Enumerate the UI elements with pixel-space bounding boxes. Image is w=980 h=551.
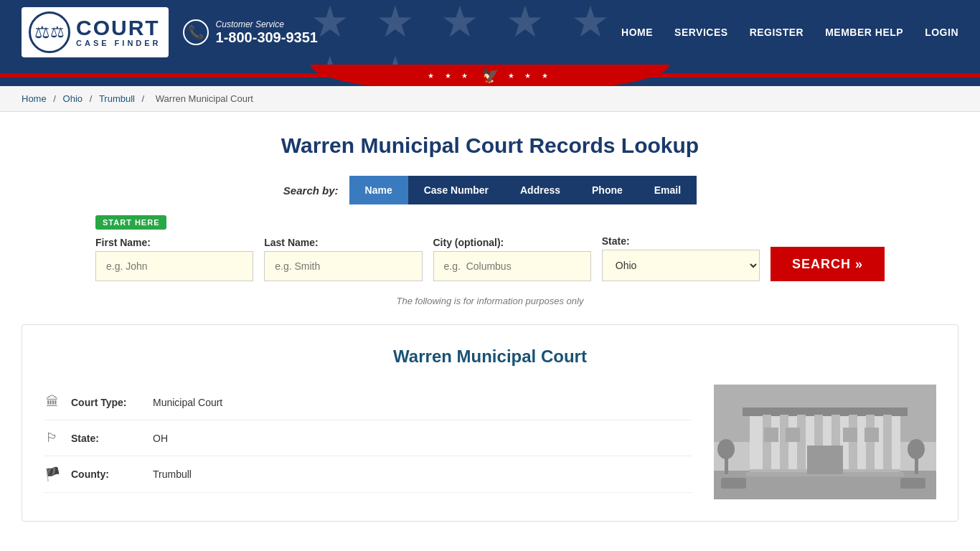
state-label-detail: State: bbox=[71, 433, 143, 444]
svg-point-25 bbox=[908, 439, 925, 459]
state-label: State: bbox=[602, 235, 760, 247]
svg-rect-19 bbox=[864, 428, 879, 442]
state-row: 🏳 State: OH bbox=[44, 420, 692, 456]
court-type-label: Court Type: bbox=[71, 397, 143, 408]
tab-name[interactable]: Name bbox=[349, 176, 408, 204]
svg-rect-11 bbox=[866, 415, 875, 472]
svg-rect-5 bbox=[763, 415, 771, 472]
logo[interactable]: ⚖ COURT CASE FINDER bbox=[22, 7, 169, 57]
svg-point-23 bbox=[717, 439, 735, 459]
court-box-content: 🏛 Court Type: Municipal Court 🏳 State: O… bbox=[44, 385, 936, 499]
svg-rect-7 bbox=[797, 415, 806, 472]
page-title: Warren Municipal Court Records Lookup bbox=[22, 133, 958, 158]
state-group: State: Ohio Alabama Alaska Arizona Arkan… bbox=[602, 235, 760, 281]
county-label: County: bbox=[71, 468, 143, 480]
logo-text: COURT CASE FINDER bbox=[76, 17, 161, 47]
svg-rect-16 bbox=[764, 428, 778, 442]
arch-stars-left: ★ ★ ★ bbox=[428, 72, 473, 80]
state-select[interactable]: Ohio Alabama Alaska Arizona Arkansas Cal… bbox=[602, 250, 760, 281]
svg-rect-17 bbox=[786, 428, 800, 442]
customer-service-label: Customer Service bbox=[216, 19, 318, 29]
court-type-row: 🏛 Court Type: Municipal Court bbox=[44, 385, 692, 420]
logo-case-finder-label: CASE FINDER bbox=[76, 39, 161, 47]
first-name-label: First Name: bbox=[95, 237, 253, 248]
court-image bbox=[714, 385, 936, 499]
svg-rect-12 bbox=[883, 415, 892, 472]
city-group: City (optional): bbox=[433, 237, 591, 281]
arch-eagle-icon: 🦅 bbox=[481, 67, 499, 84]
tab-phone[interactable]: Phone bbox=[576, 176, 639, 204]
court-details: 🏛 Court Type: Municipal Court 🏳 State: O… bbox=[44, 385, 692, 499]
first-name-group: First Name: bbox=[95, 237, 253, 281]
breadcrumb-home[interactable]: Home bbox=[22, 93, 47, 104]
logo-emblem: ⚖ bbox=[29, 11, 70, 53]
arch-banner: ★ ★ ★ 🦅 ★ ★ ★ bbox=[0, 65, 980, 86]
svg-rect-15 bbox=[807, 446, 843, 474]
court-box-title: Warren Municipal Court bbox=[44, 347, 936, 367]
tab-email[interactable]: Email bbox=[639, 176, 697, 204]
court-info-box: Warren Municipal Court 🏛 Court Type: Mun… bbox=[22, 324, 958, 522]
start-here-badge: START HERE bbox=[95, 215, 166, 230]
search-by-label: Search by: bbox=[283, 184, 339, 197]
header: ★ ★ ★ ★ ★ ★ ★ ⚖ COURT CASE FINDER 📞 Cust… bbox=[0, 0, 980, 65]
phone-icon: 📞 bbox=[183, 19, 209, 45]
header-left: ⚖ COURT CASE FINDER 📞 Customer Service 1… bbox=[22, 7, 318, 57]
nav-login[interactable]: LOGIN bbox=[925, 27, 958, 38]
main-content: Warren Municipal Court Records Lookup Se… bbox=[0, 112, 980, 543]
search-form: First Name: Last Name: City (optional): … bbox=[95, 235, 885, 281]
court-type-value: Municipal Court bbox=[153, 397, 222, 408]
customer-service-phone[interactable]: 1-800-309-9351 bbox=[216, 29, 318, 46]
first-name-input[interactable] bbox=[95, 251, 253, 281]
info-note: The following is for information purpose… bbox=[22, 296, 958, 306]
nav-register[interactable]: REGISTER bbox=[750, 27, 804, 38]
breadcrumb-current: Warren Municipal Court bbox=[156, 93, 253, 104]
logo-court-label: COURT bbox=[76, 17, 161, 39]
customer-service-text: Customer Service 1-800-309-9351 bbox=[216, 19, 318, 46]
search-tabs: Search by: Name Case Number Address Phon… bbox=[22, 176, 958, 204]
arch-stars-right: ★ ★ ★ bbox=[508, 72, 553, 80]
county-row: 🏴 County: Trumbull bbox=[44, 456, 692, 493]
county-icon: 🏴 bbox=[44, 466, 61, 482]
svg-rect-10 bbox=[849, 415, 857, 472]
nav-member-help[interactable]: MEMBER HELP bbox=[825, 27, 903, 38]
tab-address[interactable]: Address bbox=[504, 176, 576, 204]
court-type-icon: 🏛 bbox=[44, 395, 61, 410]
breadcrumb-trumbull[interactable]: Trumbull bbox=[99, 93, 135, 104]
nav-services[interactable]: SERVICES bbox=[674, 27, 728, 38]
state-value: OH bbox=[153, 433, 168, 444]
state-icon: 🏳 bbox=[44, 430, 61, 446]
svg-rect-21 bbox=[900, 478, 925, 489]
county-value: Trumbull bbox=[153, 468, 192, 480]
tab-case-number[interactable]: Case Number bbox=[408, 176, 504, 204]
last-name-label: Last Name: bbox=[264, 237, 422, 248]
city-label: City (optional): bbox=[433, 237, 591, 248]
main-nav: HOME SERVICES REGISTER MEMBER HELP LOGIN bbox=[621, 27, 958, 38]
svg-rect-20 bbox=[721, 478, 746, 489]
header-stars-decoration: ★ ★ ★ ★ ★ ★ ★ bbox=[311, 0, 669, 65]
svg-rect-6 bbox=[780, 415, 788, 472]
breadcrumb-ohio[interactable]: Ohio bbox=[63, 93, 83, 104]
last-name-input[interactable] bbox=[264, 251, 422, 281]
svg-rect-18 bbox=[843, 428, 857, 442]
last-name-group: Last Name: bbox=[264, 237, 422, 281]
search-button[interactable]: SEARCH » bbox=[771, 247, 885, 281]
breadcrumb: Home / Ohio / Trumbull / Warren Municipa… bbox=[0, 86, 980, 112]
customer-service: 📞 Customer Service 1-800-309-9351 bbox=[183, 19, 318, 46]
city-input[interactable] bbox=[433, 251, 591, 281]
